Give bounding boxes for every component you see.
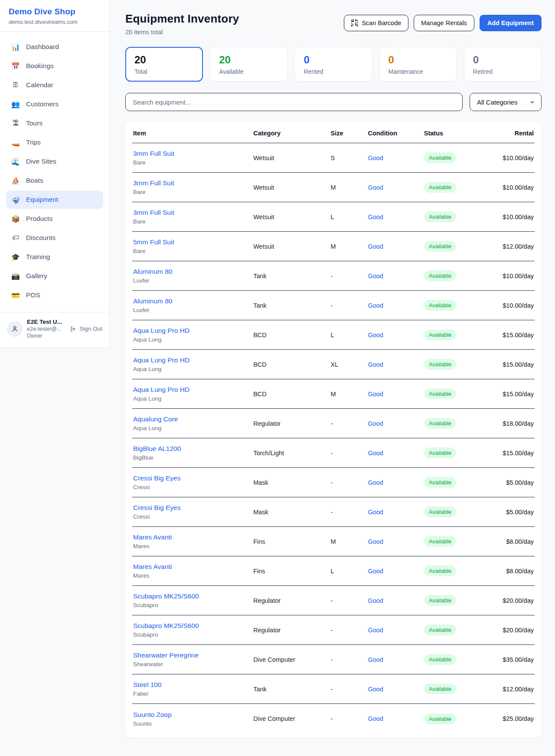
status-badge: Available — [424, 565, 457, 576]
item-name-link[interactable]: 3mm Full Suit — [133, 209, 253, 217]
item-name-link[interactable]: Steel 100 — [133, 681, 253, 689]
status-cell: Available — [424, 152, 486, 163]
condition-link[interactable]: Good — [368, 184, 424, 191]
condition-link[interactable]: Good — [368, 332, 424, 339]
item-name-link[interactable]: Aqua Lung Pro HD — [133, 386, 253, 394]
stat-card[interactable]: 20 Available — [210, 47, 287, 82]
sidebar-item-label: Calendar — [26, 81, 53, 89]
item-name-link[interactable]: Scubapro MK25/S600 — [133, 622, 253, 630]
sidebar-item[interactable]: 🌊 Dive Sites — [6, 152, 103, 171]
sign-out-icon — [70, 325, 77, 332]
item-name-link[interactable]: BigBlue AL1200 — [133, 445, 253, 453]
status-cell: Available — [424, 536, 486, 547]
condition-link[interactable]: Good — [368, 568, 424, 575]
stat-card[interactable]: 0 Maintenance — [379, 47, 457, 82]
condition-link[interactable]: Good — [368, 214, 424, 220]
category-select[interactable]: All Categories — [470, 93, 542, 111]
status-cell: Available — [424, 713, 486, 724]
item-name-link[interactable]: 3mm Full Suit — [133, 179, 253, 187]
item-name-link[interactable]: Aqua Lung Pro HD — [133, 327, 253, 335]
stat-card[interactable]: 0 Rented — [294, 47, 372, 82]
condition-link[interactable]: Good — [368, 243, 424, 250]
item-name-link[interactable]: Cressi Big Eyes — [133, 504, 253, 512]
item-brand: Luxfer — [133, 277, 253, 284]
item-name-link[interactable]: 5mm Full Suit — [133, 238, 253, 246]
sidebar-item[interactable]: 📅 Bookings — [6, 57, 103, 75]
status-badge: Available — [424, 418, 457, 429]
user-section: E2E Test U... e2e-tester@... Owner Sign … — [0, 312, 109, 343]
condition-link[interactable]: Good — [368, 715, 424, 722]
item-brand: Aqua Lung — [133, 425, 253, 431]
condition-link[interactable]: Good — [368, 509, 424, 516]
sidebar-item[interactable]: 👥 Customers — [6, 95, 103, 113]
item-name-link[interactable]: Mares Avanti — [133, 563, 253, 571]
stat-cards: 20 Total 20 Available 0 Rented 0 Mainten… — [125, 47, 542, 82]
status-badge: Available — [424, 270, 457, 281]
sign-out-button[interactable]: Sign Out — [70, 325, 102, 332]
stat-card[interactable]: 0 Retired — [464, 47, 542, 82]
add-equipment-button[interactable]: Add Equipment — [480, 15, 542, 31]
item-name-link[interactable]: Aqua Lung Pro HD — [133, 356, 253, 364]
search-input[interactable] — [125, 93, 463, 111]
sidebar-item[interactable]: 🤿 Equipment — [6, 191, 103, 209]
item-name-link[interactable]: Aluminum 80 — [133, 297, 253, 305]
stat-card[interactable]: 20 Total — [125, 47, 203, 82]
condition-link[interactable]: Good — [368, 361, 424, 368]
sidebar-item-icon: 👥 — [11, 100, 20, 108]
item-cell: 5mm Full Suit Bare — [133, 238, 253, 254]
sidebar-item[interactable]: 💳 POS — [6, 286, 103, 304]
sidebar-item[interactable]: 📦 Products — [6, 210, 103, 228]
item-name-link[interactable]: Mares Avanti — [133, 533, 253, 541]
status-cell: Available — [424, 595, 486, 606]
column-header-item: Item — [133, 130, 253, 137]
person-icon — [11, 325, 19, 333]
item-cell: Suunto Zoop Suunto — [133, 711, 253, 727]
condition-link[interactable]: Good — [368, 656, 424, 663]
condition-link[interactable]: Good — [368, 597, 424, 604]
condition-link[interactable]: Good — [368, 538, 424, 545]
item-name-link[interactable]: Suunto Zoop — [133, 711, 253, 719]
status-cell: Available — [424, 329, 486, 340]
scan-barcode-button[interactable]: Scan Barcode — [344, 15, 408, 31]
condition-link[interactable]: Good — [368, 420, 424, 427]
sidebar-item[interactable]: 📸 Gallery — [6, 267, 103, 285]
table-body: 3mm Full Suit Bare Wetsuit S Good Availa… — [132, 143, 535, 733]
sidebar-item[interactable]: ⛵ Boats — [6, 171, 103, 190]
stat-value: 20 — [134, 54, 194, 66]
item-name-link[interactable]: Scubapro MK25/S600 — [133, 592, 253, 600]
status-cell: Available — [424, 654, 486, 665]
sidebar-item[interactable]: 🏝 Tours — [6, 114, 103, 132]
condition-link[interactable]: Good — [368, 627, 424, 634]
item-name-link[interactable]: Aqualung Core — [133, 415, 253, 423]
condition-link[interactable]: Good — [368, 273, 424, 279]
sidebar-item[interactable]: 🗓 Calendar — [6, 76, 103, 94]
item-brand: Faber — [133, 690, 253, 697]
item-brand: Suunto — [133, 720, 253, 727]
user-email: e2e-tester@... — [27, 326, 65, 332]
manage-rentals-button[interactable]: Manage Rentals — [414, 15, 474, 31]
table-row: Aqua Lung Pro HD Aqua Lung BCD XL Good A… — [132, 350, 535, 379]
stat-value: 0 — [304, 54, 363, 66]
condition-link[interactable]: Good — [368, 302, 424, 309]
condition-link[interactable]: Good — [368, 479, 424, 486]
sidebar-item-icon: 🏝 — [11, 119, 20, 127]
item-brand: Bare — [133, 189, 253, 195]
condition-link[interactable]: Good — [368, 450, 424, 457]
item-name-link[interactable]: 3mm Full Suit — [133, 150, 253, 158]
status-badge: Available — [424, 211, 457, 222]
sidebar-item[interactable]: 🚤 Trips — [6, 133, 103, 151]
sidebar-item[interactable]: 🎓 Training — [6, 248, 103, 266]
item-cell: Aluminum 80 Luxfer — [133, 268, 253, 284]
rental-price: $15.00/day — [486, 450, 534, 457]
sidebar-item[interactable]: 🏷 Discounts — [6, 229, 103, 247]
size-cell: - — [331, 450, 368, 457]
status-cell: Available — [424, 241, 486, 252]
condition-link[interactable]: Good — [368, 686, 424, 693]
condition-link[interactable]: Good — [368, 391, 424, 398]
item-name-link[interactable]: Aluminum 80 — [133, 268, 253, 276]
item-name-link[interactable]: Shearwater Peregrine — [133, 651, 253, 659]
sidebar-item[interactable]: 📊 Dashboard — [6, 38, 103, 56]
item-name-link[interactable]: Cressi Big Eyes — [133, 474, 253, 482]
condition-link[interactable]: Good — [368, 154, 424, 161]
header-actions: Scan Barcode Manage Rentals Add Equipmen… — [344, 15, 542, 31]
